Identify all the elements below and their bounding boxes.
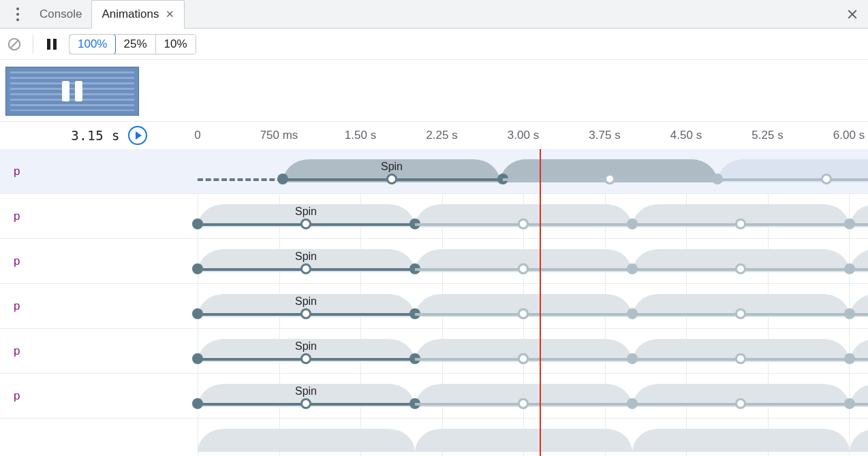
element-tag-label: p <box>0 149 198 193</box>
ruler-tick: 1.50 s <box>345 129 376 142</box>
keyframe-node <box>518 308 529 319</box>
keyframe-node <box>518 353 529 364</box>
animation-timeline: pSpinpSpinpSpinpSpinpSpinpSpin <box>0 149 868 456</box>
keyframe-node <box>735 263 746 274</box>
animation-track[interactable] <box>198 419 868 456</box>
pause-icon <box>62 81 82 101</box>
keyframe-endpoint[interactable] <box>277 174 288 184</box>
tab-console-label: Console <box>40 7 82 21</box>
keyframe-node[interactable] <box>300 263 311 274</box>
keyframe-endpoint <box>627 398 638 409</box>
keyframe-endpoint <box>844 398 855 409</box>
speed-10-button[interactable]: 10% <box>156 35 196 54</box>
keyframe-node <box>518 263 529 274</box>
element-tag-label: p <box>0 284 198 328</box>
animation-row[interactable]: pSpin <box>0 284 868 329</box>
keyframe-node <box>518 218 529 229</box>
keyframe-endpoint[interactable] <box>192 353 203 364</box>
current-time-label: 3.15 s <box>71 128 120 143</box>
animation-track[interactable]: Spin <box>198 149 868 193</box>
keyframe-node[interactable] <box>386 174 397 184</box>
keyframe-node <box>518 398 529 409</box>
element-tag-label: p <box>0 239 198 283</box>
animation-name-label: Spin <box>295 206 317 218</box>
keyframe-endpoint <box>627 308 638 319</box>
keyframe-endpoint <box>844 308 855 319</box>
keyframe-endpoint <box>844 353 855 364</box>
drawer-tabs-bar: Console Animations ✕ <box>0 0 868 29</box>
playback-speed-group: 100% 25% 10% <box>69 34 196 54</box>
ruler-tick: 0 <box>194 129 200 142</box>
svg-line-1 <box>10 40 18 48</box>
element-tag-label <box>0 419 198 456</box>
animation-row[interactable]: pSpin <box>0 329 868 374</box>
animation-row[interactable]: pSpin <box>0 194 868 239</box>
animation-track[interactable]: Spin <box>198 284 868 328</box>
close-drawer-button[interactable] <box>845 7 860 22</box>
keyframe-node[interactable] <box>300 353 311 364</box>
tab-animations-label: Animations <box>102 7 159 21</box>
play-button[interactable] <box>128 126 147 145</box>
keyframe-node[interactable] <box>300 398 311 409</box>
keyframe-endpoint <box>844 218 855 229</box>
close-icon[interactable]: ✕ <box>166 8 174 20</box>
keyframe-endpoint[interactable] <box>192 308 203 319</box>
ruler-tick: 3.00 s <box>508 129 539 142</box>
animations-toolbar: 100% 25% 10% <box>0 29 868 60</box>
animation-row[interactable]: pSpin <box>0 149 868 194</box>
element-tag-label: p <box>0 194 198 238</box>
keyframe-endpoint <box>627 263 638 274</box>
animation-name-label: Spin <box>295 340 317 353</box>
keyframe-node <box>735 308 746 319</box>
keyframe-endpoint <box>712 174 723 184</box>
animation-name-label: Spin <box>381 161 403 173</box>
animation-track[interactable]: Spin <box>198 239 868 283</box>
animation-track[interactable]: Spin <box>198 329 868 373</box>
animation-track[interactable]: Spin <box>198 374 868 418</box>
animation-name-label: Spin <box>295 385 317 397</box>
keyframe-endpoint[interactable] <box>192 398 203 409</box>
ruler-tick: 750 ms <box>260 129 298 142</box>
keyframe-endpoint <box>844 263 855 274</box>
keyframe-node[interactable] <box>300 218 311 229</box>
keyframe-node <box>735 398 746 409</box>
timeline-ruler[interactable]: 3.15 s 0750 ms1.50 s2.25 s3.00 s3.75 s4.… <box>0 122 868 149</box>
ruler-tick: 5.25 s <box>751 129 783 142</box>
animation-name-label: Spin <box>295 250 317 263</box>
keyframe-endpoint <box>627 218 638 229</box>
animation-track[interactable]: Spin <box>198 194 868 238</box>
animation-row[interactable]: pSpin <box>0 239 868 284</box>
separator <box>33 35 33 53</box>
element-tag-label: p <box>0 329 198 373</box>
ruler-tick: 6.00 s <box>833 129 865 142</box>
keyframe-node <box>735 218 746 229</box>
keyframe-endpoint <box>627 353 638 364</box>
keyframe-endpoint[interactable] <box>192 218 203 229</box>
tab-animations[interactable]: Animations ✕ <box>91 0 185 29</box>
ruler-tick: 3.75 s <box>589 129 620 142</box>
animation-groups-row <box>0 60 868 122</box>
animation-row[interactable] <box>0 419 868 456</box>
pause-all-button[interactable] <box>44 37 59 52</box>
ruler-tick: 4.50 s <box>670 129 702 142</box>
keyframe-node <box>735 353 746 364</box>
element-tag-label: p <box>0 374 198 418</box>
keyframe-endpoint[interactable] <box>192 263 203 274</box>
keyframe-node <box>604 174 615 184</box>
tab-console[interactable]: Console <box>30 0 91 29</box>
animation-name-label: Spin <box>295 295 317 308</box>
ruler-tick: 2.25 s <box>426 129 457 142</box>
ruler-ticks: 0750 ms1.50 s2.25 s3.00 s3.75 s4.50 s5.2… <box>198 122 868 149</box>
speed-25-button[interactable]: 25% <box>115 35 155 54</box>
clear-icon[interactable] <box>7 37 22 52</box>
more-menu-icon[interactable] <box>5 0 30 29</box>
speed-100-button[interactable]: 100% <box>69 34 116 54</box>
keyframe-node[interactable] <box>300 308 311 319</box>
animation-row[interactable]: pSpin <box>0 374 868 419</box>
animation-group-thumbnail[interactable] <box>5 67 139 116</box>
keyframe-node <box>821 174 832 184</box>
